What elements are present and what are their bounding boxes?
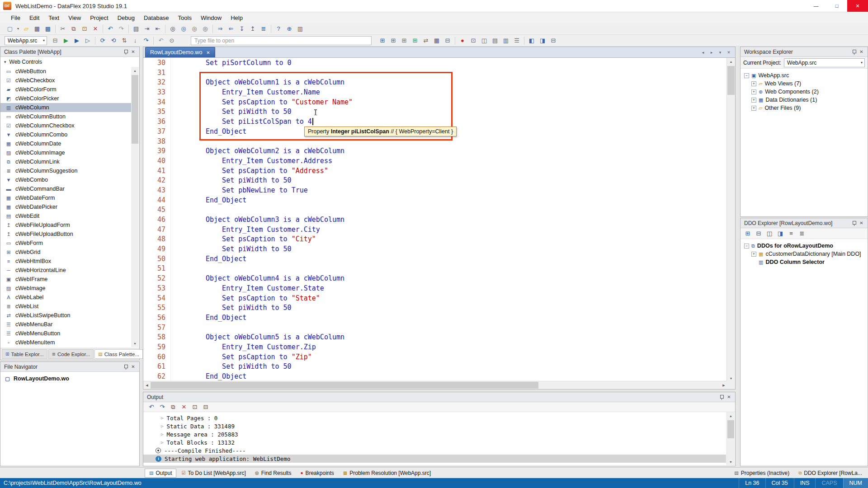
code-text[interactable]: Set psCaption to "Customer Name" (165, 98, 353, 108)
palette-item-cwebcombo[interactable]: ▼cWebCombo (0, 175, 132, 184)
code-text[interactable]: Set piWidth to 50 (165, 362, 292, 372)
ddo-view-split-button[interactable]: ◨ (775, 229, 786, 239)
close-button[interactable]: ✕ (847, 0, 868, 12)
find-references-button[interactable]: ↥ (247, 24, 258, 34)
side-tab-properties-inactive[interactable]: ▤Properties (Inactive) (730, 469, 793, 478)
bottom-tab-breakpoints[interactable]: ●Breakpoints (296, 469, 338, 478)
palette-item-cweblistswipebutton[interactable]: ⇄cWebListSwipeButton (0, 311, 132, 320)
tree-node-webapp-src[interactable]: −▣WebApp.src (741, 71, 868, 80)
bottom-tab-problem-resolution-webapp-src[interactable]: ▦Problem Resolution [WebApp.src] (339, 469, 435, 478)
code-text[interactable]: Entry_Item Customer.Zip (165, 343, 316, 352)
close-panel-icon[interactable]: ✕ (129, 48, 137, 56)
help-button[interactable]: ? (273, 24, 284, 34)
project-properties-button[interactable]: ⊟ (50, 36, 61, 46)
copy-output-button[interactable]: ⧉ (168, 402, 179, 412)
code-text[interactable]: Set psCaption to "City" (165, 235, 316, 244)
code-text[interactable] (165, 205, 206, 215)
find-next-button[interactable]: ◎ (178, 24, 189, 34)
palette-item-cwebdateform[interactable]: ▦cWebDateForm (0, 193, 132, 202)
pin-icon[interactable] (717, 394, 725, 401)
code-text[interactable]: Object oWebColumn1 is a cWebColumn (165, 78, 344, 88)
scroll-down-icon[interactable]: ▼ (131, 340, 139, 347)
palette-item-cweblabel[interactable]: AcWebLabel (0, 293, 132, 302)
palette-item-cwebdatepicker[interactable]: ▦cWebDatePicker (0, 202, 132, 211)
save-all-button[interactable]: ▩ (42, 24, 53, 34)
step-into-button[interactable]: ↓ (130, 36, 141, 46)
find-table-button[interactable]: ⊞ (388, 36, 399, 46)
tree-node-web-components-2[interactable]: +⊕Web Components (2) (741, 88, 868, 96)
palette-tab-class-palette[interactable]: ▤Class Palette... (94, 349, 143, 359)
plus-expander-icon[interactable]: + (751, 98, 756, 103)
menu-item-edit[interactable]: Edit (25, 12, 44, 23)
close-panel-icon[interactable]: ✕ (858, 220, 865, 227)
open-file-button[interactable]: ▱ (21, 24, 32, 34)
clear-output-button[interactable]: ✕ (179, 402, 189, 412)
code-text[interactable]: End_Object (165, 196, 246, 206)
restructure-button[interactable]: ⊟ (442, 36, 453, 46)
editor-horizontal-scrollbar[interactable]: ◀ ▶ (143, 381, 727, 389)
find-button[interactable]: ◎ (167, 24, 178, 34)
code-text[interactable]: Set piWidth to 50 (165, 107, 292, 117)
menu-item-database[interactable]: Database (139, 12, 174, 23)
ddo-view-list-button[interactable]: ⊟ (753, 229, 764, 239)
palette-item-cwebcolumnimage[interactable]: ▨cWebColumnImage (0, 148, 132, 157)
class-palette-scrollbar[interactable]: ▲ ▼ (131, 67, 139, 347)
code-text[interactable]: End_Object (165, 313, 246, 323)
toggle-bookmark-button[interactable]: ▤ (131, 24, 142, 34)
side-tab-ddo-explorer-rowla[interactable]: ⧉DDO Explorer [RowLa... (794, 469, 866, 478)
menu-item-tools[interactable]: Tools (174, 12, 196, 23)
find-definition-button[interactable]: ↧ (236, 24, 247, 34)
menu-item-window[interactable]: Window (196, 12, 226, 23)
output-dock-button[interactable]: ⊟ (200, 402, 211, 412)
pin-icon[interactable] (850, 220, 858, 227)
tree-node-ccustomerdatadictionary-main-ddo[interactable]: +▦cCustomerDataDictionary [Main DDO] (741, 250, 868, 258)
debug-run-button[interactable]: ▶ (71, 36, 82, 46)
palette-item-cwebhorizontalline[interactable]: ─cWebHorizontalLine (0, 266, 132, 275)
call-stack-button[interactable]: ▤ (490, 36, 500, 46)
palette-item-cwebcommandbar[interactable]: ▬cWebCommandBar (0, 184, 132, 193)
output-scrollbar[interactable]: ▲ ▼ (726, 412, 735, 465)
scroll-thumb[interactable] (727, 420, 734, 438)
goto-line-button[interactable]: ⇒ (215, 24, 226, 34)
minimize-button[interactable]: — (806, 0, 826, 12)
close-panel-icon[interactable]: ✕ (129, 363, 137, 371)
menu-item-project[interactable]: Project (85, 12, 113, 23)
save-button[interactable]: ▦ (32, 24, 42, 34)
recompile-button[interactable]: ⟳ (97, 36, 108, 46)
code-text[interactable]: Set piWidth to 50 (165, 176, 292, 186)
code-text[interactable]: End_Object (165, 254, 246, 264)
menu-item-text[interactable]: Text (44, 12, 64, 23)
list-window-button[interactable]: ☰ (511, 36, 522, 46)
tree-node-data-dictionaries-1[interactable]: +▦Data Dictionaries (1) (741, 96, 868, 104)
code-text[interactable]: Object oWebColumn2 is a cWebColumn (165, 146, 344, 156)
close-tab-icon[interactable]: ✕ (206, 50, 210, 55)
palette-item-cwebform[interactable]: ▭cWebForm (0, 239, 132, 248)
palette-item-cwebhtmlbox[interactable]: ≡cWebHtmlBox (0, 257, 132, 266)
palette-item-cwebfileuploadbutton[interactable]: ↥cWebFileUploadButton (0, 230, 132, 239)
palette-item-cwebfileuploadform[interactable]: ↥cWebFileUploadForm (0, 221, 132, 230)
palette-item-cwebiframe[interactable]: ▣cWebIFrame (0, 275, 132, 284)
code-text[interactable]: Entry_Item Customer.Address (165, 156, 332, 166)
close-panel-icon[interactable]: ✕ (858, 48, 865, 56)
code-text[interactable]: Entry_Item Customer.Name (165, 88, 320, 98)
minus-expander-icon[interactable]: − (744, 73, 749, 78)
code-text[interactable]: Object oWebColumn4 is a cWebColumn (165, 274, 344, 284)
file-item-rowlayoutdemo-wo[interactable]: ▢RowLayoutDemo.wo (0, 374, 139, 383)
maximize-button[interactable]: □ (826, 0, 847, 12)
scroll-thumb[interactable] (132, 75, 138, 144)
expand-arrow-icon[interactable]: ▷ (161, 424, 163, 428)
output-window-button[interactable]: ▥ (500, 36, 511, 46)
output-word-wrap-button[interactable]: ⊡ (189, 402, 200, 412)
scroll-up-icon[interactable]: ▲ (727, 412, 735, 419)
convert-data-button[interactable]: ⇄ (420, 36, 431, 46)
palette-item-cwebcolorform[interactable]: ▰cWebColorForm (0, 85, 132, 94)
bottom-tab-to-do-list-webapp-src[interactable]: ☑To Do List [WebApp.src] (177, 469, 250, 478)
cut-button[interactable]: ✂ (57, 24, 68, 34)
locals-button[interactable]: ◫ (479, 36, 490, 46)
plus-expander-icon[interactable]: + (751, 252, 756, 257)
menu-item-view[interactable]: View (64, 12, 85, 23)
customize-toolbar-button[interactable]: ▥ (295, 24, 306, 34)
palette-item-cweblist[interactable]: ≣cWebList (0, 302, 132, 311)
editor-vertical-scrollbar[interactable]: ▲ ▼ (726, 58, 735, 382)
paste-button[interactable]: ⊡ (79, 24, 90, 34)
